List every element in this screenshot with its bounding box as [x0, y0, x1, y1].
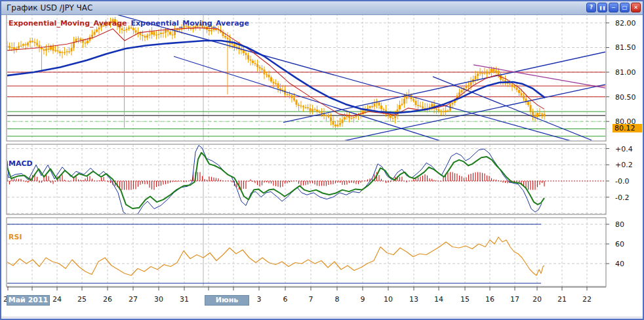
svg-text:80.50: 80.50 — [615, 93, 636, 102]
svg-text:14: 14 — [434, 295, 443, 304]
close-button[interactable]: ✕ — [631, 3, 641, 12]
svg-text:40: 40 — [615, 260, 624, 268]
current-price-badge: 80.12 — [613, 124, 642, 132]
svg-text:10: 10 — [384, 295, 393, 304]
svg-text:60: 60 — [615, 240, 624, 249]
indicator-legend: Exponential_Moving_AverageExponential_Mo… — [9, 19, 253, 28]
month-badge-may: Май 2011 — [7, 295, 50, 306]
minimize-button[interactable]: ─ — [609, 3, 618, 12]
legend-ema-fast: Exponential_Moving_Average — [9, 19, 127, 28]
svg-text:21: 21 — [557, 295, 567, 304]
macd-panel-label: MACD — [9, 159, 33, 168]
title-bar[interactable]: График USD /JPY ЧАС ?❚❚─□✕ — [1, 1, 643, 15]
maximize-button[interactable]: □ — [620, 3, 630, 12]
svg-text:17: 17 — [510, 295, 519, 304]
chart-window: График USD /JPY ЧАС ?❚❚─□✕ 82.0081.5081.… — [0, 0, 644, 320]
chart-canvas[interactable]: 82.0081.5081.0080.5080.00+0.4+0.2-0.0-0.… — [1, 1, 644, 308]
pause-button[interactable]: ❚❚ — [597, 3, 607, 12]
legend-ema-slow: Exponential_Moving_Average — [131, 19, 249, 28]
svg-text:15: 15 — [460, 295, 470, 304]
svg-text:13: 13 — [409, 295, 418, 304]
svg-text:22: 22 — [582, 295, 592, 304]
svg-text:-0.2: -0.2 — [615, 193, 629, 202]
month-badge-june: Июнь 2011 — [205, 295, 249, 306]
svg-text:26: 26 — [103, 295, 112, 304]
svg-text:3: 3 — [257, 295, 262, 304]
svg-text:20: 20 — [533, 295, 542, 304]
svg-text:25: 25 — [77, 295, 87, 304]
help-button[interactable]: ? — [586, 3, 596, 12]
svg-text:+0.2: +0.2 — [615, 161, 633, 169]
svg-text:9: 9 — [361, 295, 365, 304]
svg-text:16: 16 — [485, 295, 494, 304]
svg-text:6: 6 — [283, 295, 288, 304]
svg-text:8: 8 — [335, 295, 340, 304]
svg-text:24: 24 — [52, 295, 62, 304]
svg-text:82.00: 82.00 — [615, 19, 636, 28]
rsi-panel-label: RSI — [9, 233, 22, 241]
svg-text:30: 30 — [154, 295, 163, 304]
svg-text:+0.4: +0.4 — [615, 145, 633, 153]
svg-text:81.50: 81.50 — [615, 43, 636, 52]
window-title: График USD /JPY ЧАС — [7, 1, 92, 14]
svg-text:27: 27 — [129, 295, 138, 304]
svg-text:7: 7 — [309, 295, 313, 304]
svg-text:80: 80 — [615, 220, 624, 229]
svg-text:81.00: 81.00 — [615, 68, 636, 77]
window-buttons: ?❚❚─□✕ — [586, 3, 641, 12]
svg-text:-0.0: -0.0 — [615, 177, 629, 186]
status-strip — [1, 317, 643, 319]
svg-text:31: 31 — [180, 295, 189, 304]
